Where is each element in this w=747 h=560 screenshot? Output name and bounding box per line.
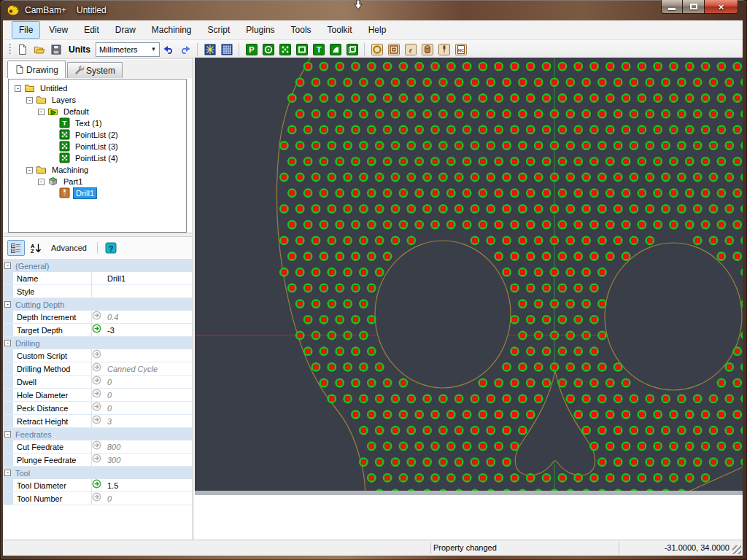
polyline-button[interactable]: P	[243, 42, 260, 58]
lathe-button[interactable]	[419, 42, 436, 58]
property-value[interactable]: 0	[106, 402, 192, 414]
property-value[interactable]	[106, 285, 192, 298]
menu-item-help[interactable]: Help	[361, 21, 394, 39]
property-category-drilling[interactable]: -Drilling	[3, 337, 192, 349]
menu-item-toolkit[interactable]: Toolkit	[320, 21, 360, 39]
property-category-feedrates[interactable]: -Feedrates	[3, 428, 192, 440]
viewport-canvas[interactable]	[195, 58, 743, 491]
property-row-depth-increment[interactable]: Depth Increment0.4	[3, 311, 192, 324]
pocket-button[interactable]	[385, 42, 402, 58]
undo-button[interactable]	[160, 42, 177, 58]
tree-expander[interactable]: -	[15, 85, 21, 92]
menu-item-edit[interactable]: Edit	[77, 21, 107, 39]
property-row-drilling-method[interactable]: Drilling MethodCanned Cycle	[3, 362, 192, 376]
units-combobox[interactable]: Millimeters▼	[96, 42, 160, 57]
property-value[interactable]: -3	[106, 324, 192, 336]
property-row-name[interactable]: NameDrill1	[3, 272, 192, 285]
category-expander[interactable]: -	[4, 340, 11, 346]
grid-button[interactable]	[218, 42, 235, 58]
engrave-button[interactable]: ε	[402, 42, 419, 58]
axes-button[interactable]	[201, 42, 218, 58]
gcode-button[interactable]: NC	[452, 42, 469, 58]
property-row-tool-diameter[interactable]: Tool Diameter1.5	[3, 479, 192, 492]
property-category-cutting-depth[interactable]: -Cutting Depth	[3, 298, 192, 311]
menu-item-machining[interactable]: Machining	[144, 21, 199, 39]
combo-arrow-icon[interactable]: ▼	[148, 43, 159, 56]
category-expander[interactable]: -	[4, 262, 11, 269]
default-value-icon[interactable]	[92, 376, 106, 388]
maximize-button[interactable]	[683, 0, 705, 14]
drawing-tree[interactable]: -Untitled-Layers-DefaultTText (1)PointLi…	[8, 79, 187, 233]
property-value[interactable]: 0	[106, 492, 192, 505]
tree-item-machining[interactable]: -Machining	[9, 164, 186, 176]
category-expander[interactable]: -	[4, 431, 11, 438]
new-button[interactable]	[14, 42, 31, 58]
property-category-general[interactable]: -(General)	[3, 260, 192, 272]
close-button[interactable]: ×	[705, 0, 738, 14]
property-row-target-depth[interactable]: Target Depth-3	[3, 324, 192, 337]
sort-alphabetical-button[interactable]: AZ	[27, 240, 44, 256]
tree-item-layers[interactable]: -Layers	[9, 94, 186, 106]
tree-item-default[interactable]: -Default	[9, 106, 186, 117]
profile-button[interactable]	[368, 42, 385, 58]
arc-button[interactable]	[327, 42, 344, 58]
advanced-button[interactable]: Advanced	[51, 244, 87, 252]
property-value[interactable]: 0	[106, 376, 192, 388]
property-row-plunge-feedrate[interactable]: Plunge Feedrate300	[3, 454, 192, 467]
redo-button[interactable]	[177, 42, 193, 58]
property-value[interactable]: 0.4	[106, 311, 192, 323]
tree-expander[interactable]: -	[38, 179, 44, 185]
property-row-hole-diameter[interactable]: Hole Diameter0	[3, 389, 192, 402]
menu-item-tools[interactable]: Tools	[284, 21, 319, 39]
minimize-button[interactable]	[661, 0, 683, 14]
property-value[interactable]	[106, 349, 192, 362]
tab-drawing[interactable]: Drawing	[7, 61, 66, 78]
tree-item-text-1[interactable]: TText (1)	[9, 117, 186, 129]
menu-item-script[interactable]: Script	[201, 21, 238, 39]
property-value[interactable]: 1.5	[106, 479, 192, 491]
property-row-peck-distance[interactable]: Peck Distance0	[3, 402, 192, 415]
default-value-icon[interactable]	[92, 415, 106, 427]
rectangle-button[interactable]	[293, 42, 310, 58]
surface-button[interactable]	[344, 42, 360, 58]
property-value[interactable]: 3	[106, 415, 192, 427]
points-button[interactable]	[276, 42, 293, 58]
default-value-icon[interactable]	[92, 362, 106, 375]
open-button[interactable]	[31, 42, 47, 58]
help-button[interactable]: ?	[102, 240, 120, 256]
menu-item-view[interactable]: View	[42, 21, 75, 39]
tree-item-drill1[interactable]: Drill1	[9, 187, 186, 199]
category-expander[interactable]: -	[4, 470, 11, 476]
property-value[interactable]: Drill1	[106, 272, 192, 284]
property-row-dwell[interactable]: Dwell0	[3, 376, 192, 389]
default-value-icon[interactable]	[92, 349, 106, 362]
property-value[interactable]: 300	[106, 454, 192, 466]
default-value-icon[interactable]	[92, 492, 106, 505]
tree-item-untitled[interactable]: -Untitled	[9, 82, 186, 94]
property-row-cut-feedrate[interactable]: Cut Feedrate800	[3, 440, 192, 454]
tree-expander[interactable]: -	[26, 97, 33, 104]
tree-expander[interactable]: -	[38, 109, 44, 115]
menu-item-file[interactable]: File	[12, 21, 40, 39]
default-value-icon[interactable]	[92, 311, 106, 323]
tree-item-pointlist-3[interactable]: PointList (3)	[9, 141, 186, 152]
default-value-icon[interactable]	[92, 454, 106, 466]
resize-grip[interactable]	[732, 545, 741, 554]
text-button[interactable]: T	[310, 42, 327, 58]
circle-button[interactable]	[260, 42, 276, 58]
property-row-custom-script[interactable]: Custom Script	[3, 349, 192, 362]
categorized-view-button[interactable]	[7, 240, 25, 256]
property-row-style[interactable]: Style	[3, 285, 192, 298]
title-bar[interactable]: CamBam+Untitled ×	[0, 0, 747, 20]
menu-item-plugins[interactable]: Plugins	[239, 21, 282, 39]
save-button[interactable]	[47, 42, 64, 58]
property-category-tool[interactable]: -Tool	[3, 467, 192, 479]
tree-item-part1[interactable]: -Part1	[9, 176, 186, 187]
toolbar-grip[interactable]	[9, 44, 11, 55]
drill-button[interactable]	[436, 42, 452, 58]
category-expander[interactable]: -	[4, 301, 11, 308]
set-value-icon[interactable]	[92, 324, 106, 336]
property-value[interactable]: 0	[106, 389, 192, 401]
property-row-tool-number[interactable]: Tool Number0	[3, 492, 192, 505]
tree-item-pointlist-2[interactable]: PointList (2)	[9, 129, 186, 141]
